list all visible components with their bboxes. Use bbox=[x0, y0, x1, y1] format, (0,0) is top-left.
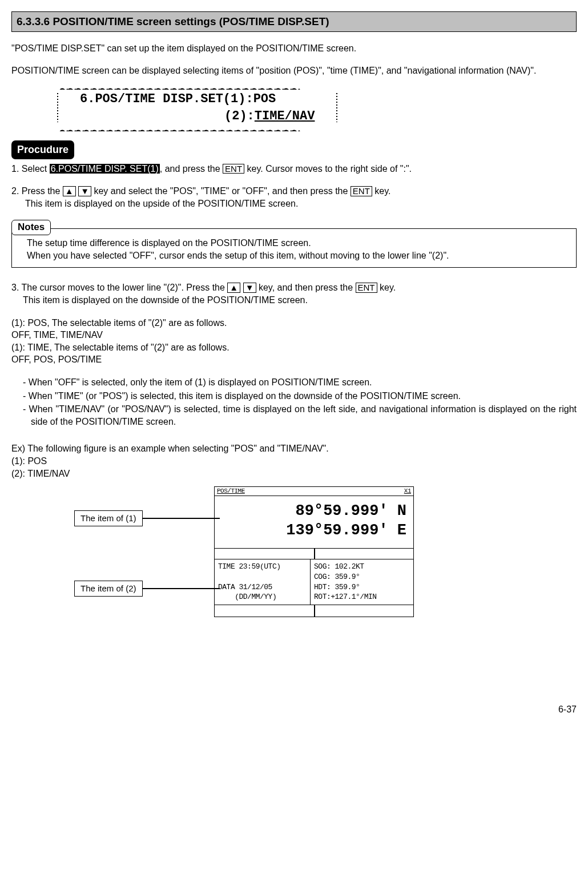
notes-line-1: The setup time difference is displayed o… bbox=[27, 237, 570, 249]
step2-sub: This item is displayed on the upside of … bbox=[25, 198, 577, 210]
step1-highlight: 6.POS/TIME DISP. SET(1) bbox=[50, 164, 160, 174]
ent-key: ENT bbox=[223, 164, 244, 174]
screen-header-right: X1 bbox=[404, 487, 411, 496]
sel-1b: OFF, TIME, TIME/NAV bbox=[11, 329, 577, 341]
step3-prefix: 3. The cursor moves to the lower line "(… bbox=[11, 283, 227, 292]
section-header: 6.3.3.6 POSITION/TIME screen settings (P… bbox=[11, 11, 577, 32]
step2-prefix: 2. Press the bbox=[11, 186, 63, 196]
example-l1: (1): POS bbox=[11, 455, 577, 468]
notes-box: The setup time difference is displayed o… bbox=[11, 228, 577, 268]
intro-p2: POSITION/TIME screen can be displayed se… bbox=[11, 65, 577, 77]
ent-key: ENT bbox=[356, 283, 377, 293]
page-number: 6-37 bbox=[11, 703, 577, 716]
step3-mid: key, and then press the bbox=[256, 283, 356, 292]
menu-line-1: 6.POS/TIME DISP.SET(1):POS bbox=[80, 91, 315, 108]
callout-line-1 bbox=[143, 518, 220, 519]
step1-prefix: 1. Select bbox=[11, 164, 50, 174]
intro-block: "POS/TIME DISP.SET" can set up the item … bbox=[11, 42, 577, 77]
procedure-badge: Procudure bbox=[11, 140, 74, 159]
menu-line-2-prefix: (2): bbox=[224, 109, 255, 123]
down-key: ▼ bbox=[78, 186, 91, 196]
screen-lat: 89°59.999' N bbox=[221, 502, 406, 521]
example-l2: (2): TIME/NAV bbox=[11, 468, 577, 480]
step-1: 1. Select 6.POS/TIME DISP. SET(1), and p… bbox=[11, 163, 577, 175]
sel-2a: (1): TIME, The selectable items of "(2)"… bbox=[11, 341, 577, 354]
sel-2b: OFF, POS, POS/TIME bbox=[11, 353, 577, 366]
screen-header: POS/TIME X1 bbox=[214, 486, 414, 496]
dash-3: - When "TIME/NAV" (or "POS/NAV") is sele… bbox=[31, 403, 577, 428]
screen-footer bbox=[214, 605, 414, 617]
screen-nav-left: TIME 23:59(UTC) DATA 31/12/05 (DD/MM/YY) bbox=[215, 559, 311, 604]
menu-line-2-value: TIME/NAV bbox=[255, 109, 315, 123]
step2-mid: key and select the "POS", "TIME" or "OFF… bbox=[91, 186, 351, 196]
wavy-border-bottom: 〜〜〜〜〜〜〜〜〜〜〜〜〜〜〜〜〜〜〜〜〜〜〜〜〜〜〜〜〜〜 bbox=[59, 126, 335, 131]
step-3: 3. The cursor moves to the lower line "(… bbox=[11, 281, 577, 428]
intro-p1: "POS/TIME DISP.SET" can set up the item … bbox=[11, 42, 577, 55]
dash-2: - When "TIME" (or "POS") is selected, th… bbox=[31, 390, 577, 402]
ent-key: ENT bbox=[351, 186, 372, 196]
example-diagram: The item of (1) The item of (2) POS/TIME… bbox=[11, 486, 577, 658]
step1-suffix: key. Cursor moves to the right side of "… bbox=[244, 164, 412, 174]
screen-lon: 139°59.999' E bbox=[221, 521, 406, 541]
screen-gap bbox=[214, 549, 414, 559]
dash-1: - When "OFF" is selected, only the item … bbox=[31, 376, 577, 389]
step3-sub: This item is displayed on the downside o… bbox=[23, 294, 577, 307]
callout-line-2 bbox=[143, 588, 220, 589]
notes-line-2: When you have selected "OFF", cursor end… bbox=[27, 249, 570, 262]
device-screen: POS/TIME X1 89°59.999' N 139°59.999' E T… bbox=[214, 486, 414, 617]
example-intro: Ex) The following figure is an example w… bbox=[11, 442, 577, 455]
up-key: ▲ bbox=[63, 186, 76, 196]
notes-label: Notes bbox=[11, 220, 51, 235]
menu-display: 〜〜〜〜〜〜〜〜〜〜〜〜〜〜〜〜〜〜〜〜〜〜〜〜〜〜〜〜〜〜 6.POS/TIM… bbox=[57, 87, 337, 128]
example-block: Ex) The following figure is an example w… bbox=[11, 442, 577, 658]
step1-mid: , and press the bbox=[160, 164, 223, 174]
step-2: 2. Press the ▲ ▼ key and select the "POS… bbox=[11, 185, 577, 210]
callout-item-1: The item of (1) bbox=[74, 510, 143, 526]
screen-position-box: 89°59.999' N 139°59.999' E bbox=[214, 496, 414, 549]
menu-line-2: (2):TIME/NAV bbox=[80, 108, 315, 125]
screen-nav-right: SOG: 102.2KT COG: 359.9° HDT: 359.9° ROT… bbox=[311, 559, 413, 604]
callout-item-2: The item of (2) bbox=[74, 581, 143, 597]
notes-section: Notes The setup time difference is displ… bbox=[11, 220, 577, 268]
wavy-border-top: 〜〜〜〜〜〜〜〜〜〜〜〜〜〜〜〜〜〜〜〜〜〜〜〜〜〜〜〜〜〜 bbox=[59, 84, 335, 90]
step2-suffix: key. bbox=[372, 186, 391, 196]
screen-nav-box: TIME 23:59(UTC) DATA 31/12/05 (DD/MM/YY)… bbox=[214, 559, 414, 605]
up-key: ▲ bbox=[227, 283, 240, 293]
sel-1a: (1): POS, The selectable items of "(2)" … bbox=[11, 317, 577, 329]
step3-suffix: key. bbox=[377, 283, 396, 292]
dash-list: - When "OFF" is selected, only the item … bbox=[11, 376, 577, 428]
screen-header-left: POS/TIME bbox=[217, 487, 245, 496]
down-key: ▼ bbox=[243, 283, 256, 293]
